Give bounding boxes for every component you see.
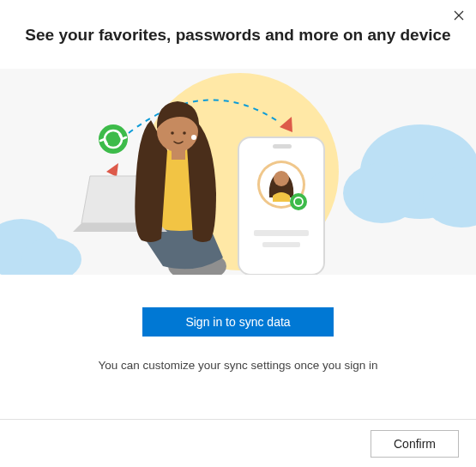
- svg-point-23: [183, 131, 186, 135]
- confirm-button[interactable]: Confirm: [371, 430, 459, 458]
- sync-icon: [99, 124, 128, 154]
- close-button[interactable]: [450, 7, 467, 24]
- sign-in-sync-button[interactable]: Sign in to sync data: [142, 307, 333, 337]
- cloud-icon: [343, 124, 476, 227]
- sync-illustration: [0, 69, 476, 275]
- svg-rect-12: [273, 144, 292, 149]
- close-icon: [454, 10, 464, 21]
- svg-marker-8: [106, 163, 118, 177]
- dialog-title: See your favorites, passwords and more o…: [0, 0, 476, 69]
- phone-icon: [238, 137, 324, 275]
- svg-point-15: [274, 171, 289, 186]
- sync-hint-text: You can customize your sync settings onc…: [0, 337, 476, 372]
- svg-point-3: [343, 163, 420, 223]
- dialog-footer: Confirm: [0, 419, 476, 467]
- svg-point-24: [191, 135, 196, 140]
- cloud-icon: [0, 219, 81, 275]
- svg-point-16: [290, 193, 307, 210]
- svg-rect-17: [254, 230, 309, 236]
- svg-rect-18: [262, 242, 300, 247]
- svg-point-22: [171, 131, 174, 135]
